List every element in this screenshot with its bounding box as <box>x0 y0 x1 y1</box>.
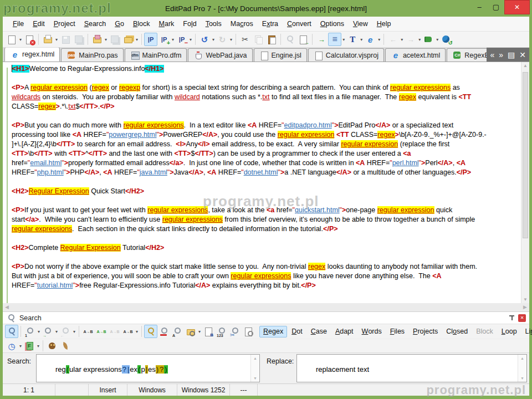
close-button[interactable]: ✕ <box>504 0 530 14</box>
count-matches-button[interactable]: 123 <box>215 325 228 338</box>
scroll-up-icon[interactable]: ▲ <box>521 63 529 68</box>
redo-button[interactable]: ↻ <box>216 33 229 46</box>
undo-dropdown[interactable]: ▾ <box>211 37 216 42</box>
vertical-scroll-thumb[interactable] <box>523 72 528 238</box>
search-backward-button[interactable]: ← <box>59 325 72 338</box>
option-regex[interactable]: Regex <box>259 326 287 337</box>
menu-edit[interactable]: Edit <box>28 18 49 29</box>
jump-to-button[interactable]: → <box>315 33 328 46</box>
back-button[interactable]: ← <box>386 33 400 46</box>
option-dot[interactable]: Dot <box>288 326 306 337</box>
underline-matches-button[interactable] <box>157 325 171 338</box>
back-dropdown[interactable]: ▾ <box>400 37 404 42</box>
search-in-folder-button[interactable] <box>184 325 197 338</box>
tab-list-button[interactable]: ▤ <box>508 51 515 59</box>
menu-convert[interactable]: Convert <box>283 18 316 29</box>
menu-fold[interactable]: Fold <box>178 18 201 29</box>
editor-line[interactable]: wildcards on steroids. You are probably … <box>12 93 521 102</box>
editor-line[interactable] <box>12 234 521 243</box>
forward-button[interactable]: → <box>404 33 417 46</box>
editor-line[interactable]: <P>Do not worry if the above example or … <box>12 262 521 272</box>
incremental-search-button[interactable] <box>5 325 18 338</box>
search-in-folder-dropdown[interactable]: ▾ <box>197 329 202 334</box>
manage-projects-dropdown[interactable]: ▾ <box>135 37 139 42</box>
tab-engine.jsl[interactable]: Engine.jsl <box>254 48 307 62</box>
tab-calculator.vjsproj[interactable]: Calculator.vjsproj <box>308 48 384 62</box>
search-history-button[interactable]: ◷ <box>5 339 18 352</box>
replace-input[interactable]: replacement text ▲ ▼ <box>296 354 527 382</box>
editor-line[interactable]: <P>A regular expression (regex or regexp… <box>12 83 521 93</box>
option-line[interactable]: Line <box>521 326 532 337</box>
text-layout-button[interactable]: T <box>346 33 359 46</box>
scroll-up-icon[interactable]: ▲ <box>251 356 259 360</box>
option-case[interactable]: Case <box>307 326 331 337</box>
manage-projects-button[interactable] <box>121 33 135 46</box>
editor-line[interactable] <box>12 74 521 83</box>
option-words[interactable]: Words <box>358 326 386 337</box>
search-input-scrollbar[interactable]: ▲ ▼ <box>250 355 259 382</box>
help-dropdown[interactable]: ▾ <box>435 37 439 42</box>
cut-button[interactable]: ✂ <box>238 33 252 46</box>
scroll-right-icon[interactable]: ▶ <box>523 304 527 310</box>
menu-search[interactable]: Search <box>80 18 111 29</box>
text-layout-dropdown[interactable]: ▾ <box>359 37 364 42</box>
menu-go[interactable]: Go <box>110 18 129 29</box>
menu-extra[interactable]: Extra <box>258 18 283 29</box>
scroll-down-icon[interactable]: ▼ <box>251 376 259 380</box>
editor-line[interactable]: −<H2>Complete Regular Expression Tutoria… <box>12 243 521 253</box>
option-projects[interactable]: Projects <box>409 326 442 337</box>
menu-options[interactable]: Options <box>316 18 349 29</box>
scroll-tabs-right-button[interactable]: » <box>499 51 503 59</box>
close-file-button[interactable] <box>23 33 36 46</box>
search-in-files-button[interactable] <box>296 33 310 46</box>
option-files[interactable]: Files <box>386 326 408 337</box>
editor-line[interactable]: CLASS=regex>.*\.txt$</TT>.</P> <box>12 102 521 111</box>
search-count-dropdown[interactable]: ▾ <box>37 329 41 334</box>
open-in-browser-dropdown[interactable]: ▾ <box>377 37 381 42</box>
save-project-button[interactable] <box>108 33 121 46</box>
forward-dropdown[interactable]: ▾ <box>417 37 422 42</box>
editor-line[interactable] <box>12 111 521 121</box>
tab-regex.html[interactable]: eregex.html <box>4 48 60 62</box>
redo-dropdown[interactable]: ▾ <box>229 37 233 42</box>
editor-line[interactable]: <P>But you can do much more with regular… <box>12 121 521 130</box>
undo-button[interactable]: ↺ <box>198 33 211 46</box>
regexbuddy-button[interactable] <box>45 339 59 352</box>
cut-matches-button[interactable]: ✂ <box>228 325 242 338</box>
replace-input-scrollbar[interactable]: ▲ ▼ <box>518 355 526 382</box>
menu-project[interactable]: Project <box>49 18 80 29</box>
word-wrap-dropdown[interactable]: ▾ <box>341 37 346 42</box>
paste-button[interactable] <box>265 33 278 46</box>
option-block[interactable]: Block <box>472 326 497 337</box>
open-file-dropdown[interactable]: ▾ <box>54 37 59 42</box>
help-button[interactable] <box>422 33 435 46</box>
search-forward-button[interactable]: → <box>41 325 54 338</box>
tab-mainpro.dfm[interactable]: dfmMainPro.dfm <box>125 48 187 62</box>
highlight-matches-button[interactable] <box>144 325 157 338</box>
search-input[interactable]: reg(ular expressions?|ex(p|es)?) ▲ ▼ <box>36 354 260 382</box>
search-backward-dropdown[interactable]: ▾ <box>72 329 76 334</box>
menu-mark[interactable]: Mark <box>155 18 179 29</box>
menu-block[interactable]: Block <box>129 18 155 29</box>
replace-backward-button[interactable]: A→B <box>108 325 121 338</box>
scroll-down-icon[interactable]: ▼ <box>518 376 526 380</box>
editor-line[interactable]: start</a>. While you can't learn to effi… <box>12 215 521 224</box>
open-in-browser-button[interactable]: e <box>364 33 377 46</box>
editor-line[interactable] <box>12 177 521 187</box>
tab-webpad.java[interactable]: WebPad.java <box>188 48 252 62</box>
menu-view[interactable]: View <box>349 18 372 29</box>
copy-matches-button[interactable] <box>242 325 255 338</box>
option-loop[interactable]: Loop <box>498 326 521 337</box>
menu-file[interactable]: File <box>8 18 28 29</box>
search-favorites-dropdown[interactable]: ▾ <box>36 344 40 349</box>
close-project-button[interactable]: |P <box>175 33 188 46</box>
open-project-dropdown[interactable]: ▾ <box>104 37 108 42</box>
replace-button[interactable]: A→B <box>81 325 95 338</box>
pin-icon[interactable] <box>509 315 515 321</box>
horizontal-scrollbar[interactable]: ◀ ▶ <box>3 303 529 311</box>
scroll-down-icon[interactable]: ▼ <box>521 297 529 302</box>
add-project-button[interactable]: |P <box>157 33 171 46</box>
save-all-button[interactable] <box>72 33 85 46</box>
new-file-button[interactable] <box>5 33 18 46</box>
search-forward-dropdown[interactable]: ▾ <box>54 329 59 334</box>
